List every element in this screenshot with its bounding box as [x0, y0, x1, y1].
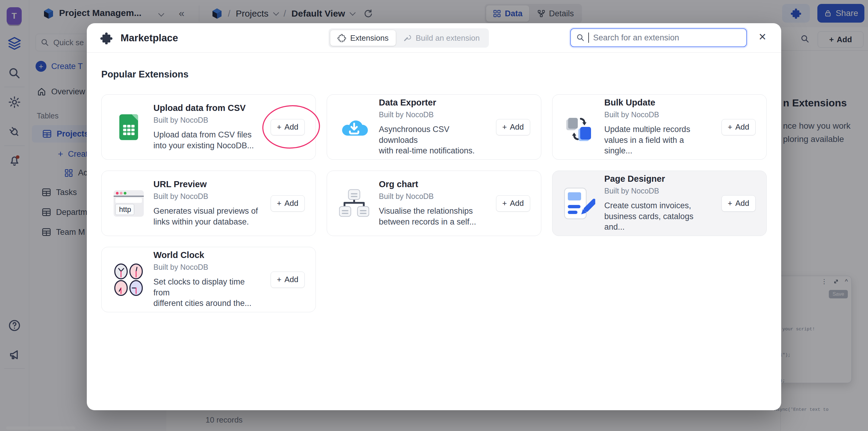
- extension-card-url-preview: http URL Preview Built by NocoDB Generat…: [101, 171, 316, 236]
- add-extension-button[interactable]: + Add: [271, 119, 305, 135]
- screen: T + Project Managem... « Quick se + Crea…: [0, 0, 868, 431]
- extension-title: URL Preview: [153, 179, 261, 189]
- marketplace-puzzle-icon: [100, 32, 113, 44]
- wrench-icon: [403, 34, 411, 42]
- search-icon: [576, 33, 585, 42]
- extension-description: Generates visual previews of links withi…: [153, 206, 261, 227]
- add-extension-button[interactable]: + Add: [721, 195, 755, 212]
- extension-card-page-designer: Page Designer Built by NocoDB Create cus…: [552, 171, 767, 236]
- extension-title: Bulk Update: [604, 98, 712, 107]
- add-extension-button[interactable]: + Add: [721, 119, 755, 135]
- tab-build-extension[interactable]: Build an extension: [396, 30, 487, 46]
- add-label: Add: [284, 275, 299, 284]
- extension-title: World Clock: [153, 250, 261, 260]
- plus-icon: +: [502, 122, 507, 132]
- extension-description: Create custom invoices, business cards, …: [604, 201, 712, 233]
- extension-description: Visualise the relationships between reco…: [379, 206, 487, 227]
- bulk-update-icon: [564, 113, 595, 142]
- extensions-grid: Upload data from CSV Built by NocoDB Upl…: [101, 94, 767, 312]
- plus-icon: +: [277, 198, 281, 208]
- plus-icon: +: [277, 122, 281, 132]
- org-chart-icon: [338, 189, 370, 218]
- svg-text:http: http: [119, 205, 131, 213]
- extension-card-org-chart: Org chart Built by NocoDB Visualise the …: [327, 171, 541, 236]
- cloud-download-icon: [338, 116, 370, 138]
- csv-sheet-icon: [113, 113, 144, 142]
- add-label: Add: [735, 122, 749, 132]
- extension-author: Built by NocoDB: [604, 110, 712, 119]
- add-extension-button[interactable]: + Add: [271, 195, 305, 212]
- marketplace-modal: Marketplace Extensions Build an extensio…: [87, 23, 781, 410]
- build-tab-label: Build an extension: [415, 33, 479, 43]
- url-preview-icon: http: [113, 190, 144, 217]
- add-extension-button[interactable]: + Add: [271, 272, 305, 288]
- extension-author: Built by NocoDB: [604, 187, 712, 195]
- add-label: Add: [510, 122, 524, 132]
- plus-icon: +: [728, 198, 733, 208]
- extension-card-upload-csv: Upload data from CSV Built by NocoDB Upl…: [101, 94, 316, 160]
- page-designer-icon: [564, 187, 595, 220]
- extension-card-bulk-update: Bulk Update Built by NocoDB Update multi…: [552, 94, 767, 160]
- extension-author: Built by NocoDB: [153, 192, 261, 201]
- extension-title: Upload data from CSV: [153, 103, 261, 113]
- world-clock-icon: [113, 263, 144, 297]
- extension-title: Page Designer: [604, 174, 712, 184]
- tab-extensions[interactable]: Extensions: [330, 30, 396, 46]
- plus-icon: +: [502, 198, 507, 208]
- plus-icon: +: [277, 275, 281, 284]
- add-label: Add: [510, 198, 524, 208]
- extension-search[interactable]: [570, 28, 747, 47]
- add-label: Add: [284, 122, 299, 132]
- modal-header: Marketplace Extensions Build an extensio…: [87, 23, 781, 53]
- extension-search-input[interactable]: [592, 33, 741, 43]
- add-label: Add: [284, 198, 299, 208]
- add-extension-button[interactable]: + Add: [496, 195, 530, 212]
- close-icon[interactable]: ×: [758, 30, 766, 43]
- extension-title: Org chart: [379, 179, 487, 189]
- text-caret: [588, 33, 589, 43]
- extension-author: Built by NocoDB: [379, 110, 487, 119]
- extension-description: Set clocks to display time from differen…: [153, 277, 261, 309]
- add-extension-button[interactable]: + Add: [496, 119, 530, 135]
- extension-description: Update multiple records values in a fiel…: [604, 124, 712, 157]
- popular-extensions-heading: Popular Extensions: [101, 69, 188, 80]
- extensions-tab-label: Extensions: [350, 33, 389, 43]
- puzzle-outline-icon: [338, 34, 346, 42]
- extension-author: Built by NocoDB: [153, 116, 261, 124]
- modal-tabs: Extensions Build an extension: [329, 28, 489, 48]
- plus-icon: +: [728, 122, 733, 132]
- extension-description: Upload data from CSV files into your exi…: [153, 130, 261, 151]
- extension-author: Built by NocoDB: [153, 263, 261, 272]
- extension-title: Data Exporter: [379, 98, 487, 107]
- extension-card-data-exporter: Data Exporter Built by NocoDB Asynchrono…: [327, 94, 541, 160]
- extension-card-world-clock: World Clock Built by NocoDB Set clocks t…: [101, 247, 316, 312]
- extension-author: Built by NocoDB: [379, 192, 487, 201]
- extension-description: Asynchronous CSV downloads with real-tim…: [379, 124, 487, 157]
- add-label: Add: [735, 198, 749, 208]
- modal-title: Marketplace: [121, 32, 178, 44]
